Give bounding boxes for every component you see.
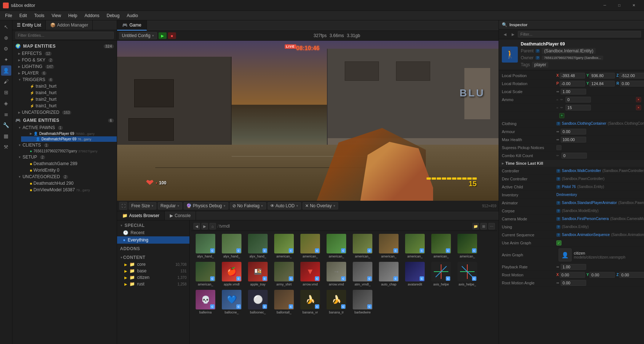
supress-pickup-checkbox[interactable] bbox=[556, 145, 561, 150]
shapes-icon[interactable]: ◈ bbox=[1, 98, 11, 108]
list-item[interactable]: ■ WorldEntity 0 bbox=[21, 167, 117, 173]
list-item[interactable]: ▶ 👤 DeathmatchPlayer 69 76560...garry bbox=[21, 131, 117, 136]
corpse-q-icon[interactable]: ? bbox=[556, 209, 560, 213]
wrench-icon[interactable]: ⚒ bbox=[1, 142, 11, 152]
assets-back-button[interactable]: ◀ bbox=[193, 223, 200, 229]
time-since-section[interactable]: ▶ Time Since Last Kill bbox=[499, 160, 644, 167]
game-entities-header[interactable]: 🎮 GAME ENTITIES 6 bbox=[12, 116, 117, 124]
list-item[interactable]: C axis_helpe_ bbox=[455, 260, 480, 288]
rotation-y-input[interactable] bbox=[589, 81, 615, 87]
menu-edit[interactable]: Edit bbox=[16, 11, 31, 20]
camera-link[interactable]: Sandbox.FirstPersonCamera bbox=[562, 217, 609, 221]
assets-options-button[interactable]: ⋯ bbox=[488, 223, 495, 229]
max-health-input[interactable] bbox=[561, 137, 586, 143]
list-item[interactable]: C american_ bbox=[324, 232, 349, 260]
list-item[interactable]: C avataredit bbox=[402, 260, 428, 288]
layers-icon[interactable]: ≣ bbox=[1, 109, 11, 119]
clothing-q-icon[interactable]: ? bbox=[556, 122, 560, 125]
player-group-header[interactable]: ▶ PLAYER 6 bbox=[15, 70, 117, 76]
content-base[interactable]: ▶ 📁 base 131 bbox=[117, 268, 189, 274]
menu-help[interactable]: Help bbox=[65, 11, 81, 20]
inspector-filter-input[interactable] bbox=[518, 31, 641, 37]
list-item[interactable]: ▼ C arrow.vmd bbox=[297, 260, 323, 288]
person-icon[interactable]: 👤 bbox=[1, 65, 11, 76]
lighting-group-header[interactable]: ▶ LIGHTING 147 bbox=[15, 63, 117, 70]
list-item[interactable]: 💀 C ballerina bbox=[193, 288, 218, 316]
assets-recent[interactable]: 🕐 Recent bbox=[117, 229, 189, 236]
grid-icon[interactable]: ⊞ bbox=[1, 87, 11, 97]
clothing-link[interactable]: Sandbox.ClothingContainer bbox=[562, 121, 606, 125]
list-item[interactable]: C alyx_hand_ bbox=[193, 232, 218, 260]
camera-q-icon[interactable]: ? bbox=[556, 217, 560, 221]
list-item[interactable]: C american_ bbox=[350, 232, 375, 260]
free-size-selector[interactable]: Free Size ▼ bbox=[129, 202, 156, 209]
list-item[interactable]: ■ DmViewModel 16387 79...garry bbox=[21, 187, 117, 193]
combo-pencil-icon[interactable]: ✏ bbox=[556, 154, 559, 157]
sequence-link[interactable]: Sandbox.AnimationSequence bbox=[562, 233, 610, 237]
pencil-icon[interactable]: ✏ bbox=[560, 98, 563, 101]
active-pawns-header[interactable]: ▼ ACTIVE PAWNS 1 bbox=[15, 124, 117, 131]
cursor-icon[interactable]: ↖ bbox=[1, 22, 11, 32]
list-item[interactable]: C axis_helpe bbox=[428, 260, 454, 288]
display-icon[interactable]: ▦ bbox=[1, 131, 11, 141]
auto-lod-selector[interactable]: 👁 Auto LOD ▼ bbox=[268, 202, 301, 209]
ammo-remove-button-2[interactable]: ✕ bbox=[636, 105, 641, 110]
animator-link[interactable]: Sandbox.StandardPlayerAnimator bbox=[562, 201, 617, 205]
fullscreen-button[interactable]: ⛶ bbox=[119, 202, 127, 210]
list-item[interactable]: 🍌 C banana_vr bbox=[297, 288, 323, 316]
scale-input[interactable] bbox=[561, 89, 586, 95]
tab-addon-manager[interactable]: 📦 Addon Manager bbox=[46, 20, 93, 30]
tab-assets-browser[interactable]: 📁 Assets Browser bbox=[117, 211, 165, 220]
inspector-back-button[interactable]: ◀ bbox=[502, 31, 508, 37]
ammo-input-1[interactable] bbox=[565, 97, 591, 103]
regular-selector[interactable]: Regular ▼ bbox=[158, 202, 182, 209]
content-core[interactable]: ▶ 📁 core 10,708 bbox=[117, 261, 189, 268]
minimize-button[interactable]: ─ bbox=[597, 0, 612, 11]
parent-q-icon[interactable]: ? bbox=[536, 49, 540, 53]
viewport-background[interactable]: BLU LIVE 08:10:46 ▪ 100 bbox=[117, 41, 499, 201]
controller-link[interactable]: Sandbox.WalkController bbox=[562, 169, 601, 173]
effects-group-header[interactable]: ▶ EFFECTS 12 bbox=[15, 50, 117, 57]
entity-filter-input[interactable] bbox=[15, 32, 114, 39]
search-icon[interactable]: ⊕ bbox=[1, 33, 11, 43]
assets-everything[interactable]: ● Everything bbox=[117, 236, 189, 244]
armour-input[interactable] bbox=[561, 129, 586, 135]
config-selector[interactable]: Untitled Config ▼ bbox=[119, 32, 157, 39]
playback-rate-input[interactable] bbox=[561, 264, 586, 270]
list-item[interactable]: ● 76561197960279927/garry 379927/garry bbox=[21, 148, 117, 154]
list-item[interactable]: ⚡ train4_hurt bbox=[21, 89, 117, 96]
list-item[interactable]: ⚡ train2_hurt bbox=[21, 96, 117, 103]
content-rust[interactable]: ▶ 📁 rust 1,258 bbox=[117, 281, 189, 287]
list-item[interactable]: C atm_vmdl_ bbox=[350, 260, 375, 288]
move-icon[interactable]: ✦ bbox=[1, 55, 11, 65]
triggers-group-header[interactable]: ▼ TRIGGERS 4 bbox=[15, 76, 117, 83]
window-buttons[interactable]: ─ □ ✕ bbox=[597, 0, 641, 11]
inventory-link[interactable]: DmInventory bbox=[556, 193, 577, 197]
root-motion-y-input[interactable] bbox=[589, 272, 615, 278]
list-item[interactable]: ■ DeathmatchGame 289 bbox=[21, 160, 117, 167]
list-item[interactable]: C barbedwire bbox=[350, 288, 375, 316]
list-item[interactable]: 🍱 C apple_tray bbox=[245, 260, 271, 288]
tab-console[interactable]: ▶ Console bbox=[165, 211, 196, 220]
list-item[interactable]: C american_ bbox=[455, 232, 480, 260]
physics-debug-selector[interactable]: 🔮 Physics Debug ▼ bbox=[184, 202, 228, 209]
root-motion-angle-input[interactable] bbox=[561, 280, 586, 286]
play-button[interactable]: ▶ bbox=[159, 32, 167, 39]
tab-entity-list[interactable]: ☰ Entity List bbox=[12, 20, 46, 30]
menu-audio[interactable]: Audio bbox=[123, 11, 142, 20]
no-overlay-selector[interactable]: ✕ No Overlay ▼ bbox=[303, 202, 338, 209]
list-item[interactable]: C american_ bbox=[297, 232, 323, 260]
list-item[interactable]: 💙 C ballocne_ bbox=[219, 288, 244, 316]
ammo-input-2[interactable] bbox=[565, 105, 591, 111]
list-item[interactable]: C ballontall_ bbox=[271, 288, 297, 316]
menu-addons[interactable]: Addons bbox=[81, 11, 103, 20]
rotation-r-input[interactable] bbox=[620, 81, 644, 87]
position-z-input[interactable] bbox=[619, 73, 644, 79]
menu-debug[interactable]: Debug bbox=[103, 11, 123, 20]
list-item[interactable]: C alyx_hand_ bbox=[219, 232, 244, 260]
using-q-icon[interactable]: ? bbox=[556, 225, 560, 229]
stop-button[interactable]: ■ bbox=[168, 32, 176, 39]
special-header[interactable]: ▼ SPECIAL bbox=[117, 222, 189, 229]
menu-file[interactable]: File bbox=[1, 11, 16, 20]
list-item[interactable]: ■ DeathmatchHud 290 bbox=[21, 180, 117, 187]
